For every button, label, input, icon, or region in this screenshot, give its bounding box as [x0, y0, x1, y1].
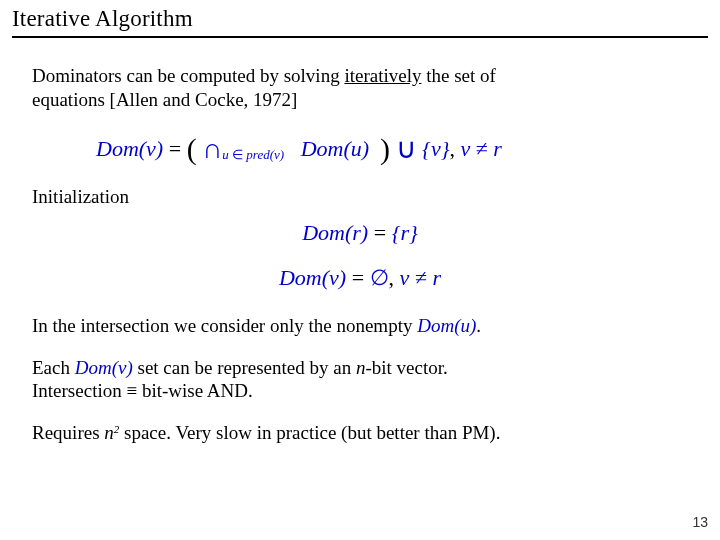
note-bv-e: bit-wise AND. [137, 380, 253, 401]
eq-domv: Dom(v) [96, 136, 163, 161]
eq-v: v [460, 136, 475, 161]
eq-domu: Dom(u) [301, 136, 369, 161]
equation-main: Dom(v) = ( ∩u ∈ pred(v) Dom(u) ) ∪ {v}, … [96, 130, 688, 168]
eq-sub-pred: pred(v) [243, 147, 284, 162]
note-bv-n: n [356, 357, 366, 378]
intersection-icon: ∩ [202, 133, 222, 164]
eq2-equals: = [346, 265, 369, 290]
note-bitvector: Each Dom(v) set can be represented by an… [32, 356, 688, 404]
eq-sub: u ∈ pred(v) [222, 147, 284, 162]
note-int-domu: Dom(u) [417, 315, 476, 336]
eq-lparen: ( [187, 132, 197, 165]
eq-comma: , [449, 136, 460, 161]
equation-init-v: Dom(v) = ∅, v ≠ r [32, 264, 688, 292]
note-bv-d: Intersection [32, 380, 126, 401]
equation-init-r: Dom(r) = {r} [32, 219, 688, 247]
note-int-a: In the intersection we consider only the… [32, 315, 417, 336]
slide: Iterative Algorithm Dominators can be co… [0, 0, 720, 540]
note-cx-b: space. Very slow in practice (but better… [119, 422, 500, 443]
intro-text-1b: the set of [421, 65, 495, 86]
intro-text-2: equations [Allen and Cocke, 1972] [32, 89, 297, 110]
title-area: Iterative Algorithm [0, 0, 720, 38]
note-bv-a: Each [32, 357, 75, 378]
note-cx-a: Requires [32, 422, 104, 443]
eq2-v: v [400, 265, 415, 290]
eq2-comma: , [389, 265, 400, 290]
intro-paragraph: Dominators can be computed by solving it… [32, 64, 688, 112]
not-equal-icon: ≠ [476, 136, 488, 161]
note-int-dot: . [476, 315, 481, 336]
eq-sub-u: u [222, 147, 232, 162]
equivalent-icon: ≡ [126, 380, 137, 401]
slide-body: Dominators can be computed by solving it… [0, 38, 720, 445]
note-bv-b: set can be represented by an [133, 357, 356, 378]
eq-setv: {v} [417, 136, 450, 161]
intro-text-1: Dominators can be computed by solving [32, 65, 344, 86]
eq1-setr: {r} [392, 220, 418, 245]
note-intersection: In the intersection we consider only the… [32, 314, 688, 338]
note-cx-n: n [104, 422, 114, 443]
eq-r: r [488, 136, 502, 161]
eq1-domr: Dom(r) [302, 220, 368, 245]
note-bv-c: -bit vector. [365, 357, 447, 378]
element-of-icon: ∈ [232, 147, 243, 162]
eq2-r: r [427, 265, 441, 290]
note-bv-domv: Dom(v) [75, 357, 133, 378]
eq1-equals: = [368, 220, 391, 245]
note-complexity: Requires n2 space. Very slow in practice… [32, 421, 688, 445]
initialization-label: Initialization [32, 185, 688, 209]
intro-iteratively: iteratively [344, 65, 421, 86]
eq-rparen: ) [380, 132, 390, 165]
eq2-domv: Dom(v) [279, 265, 346, 290]
union-icon: ∪ [396, 133, 417, 164]
slide-title: Iterative Algorithm [12, 6, 708, 32]
eq-equals: = [163, 136, 186, 161]
not-equal-icon-2: ≠ [415, 265, 427, 290]
empty-set-icon: ∅ [370, 265, 389, 290]
page-number: 13 [692, 514, 708, 530]
